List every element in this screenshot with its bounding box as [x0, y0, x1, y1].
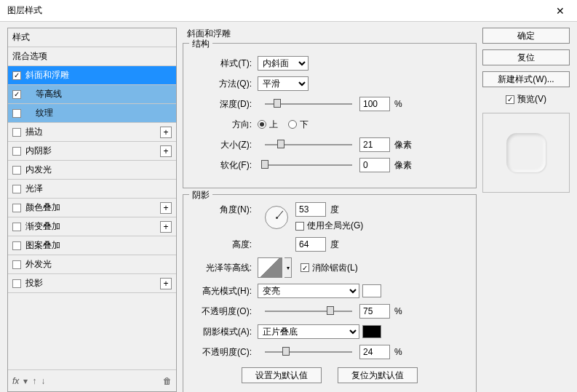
- shading-fieldset: 阴影 角度(N): 度 使用全局光(G) 高度: 度: [183, 194, 477, 392]
- add-effect-icon[interactable]: +: [160, 202, 172, 214]
- highlight-color-swatch[interactable]: [362, 284, 381, 297]
- sidebar-item-satin[interactable]: 光泽: [8, 180, 176, 199]
- checkbox-icon[interactable]: [12, 260, 21, 269]
- gloss-contour-picker[interactable]: [258, 257, 282, 278]
- checkbox-icon[interactable]: [12, 109, 21, 118]
- titlebar: 图层样式 ✕: [0, 0, 577, 22]
- highlight-opacity-label: 不透明度(O):: [194, 305, 252, 318]
- soften-label: 软化(F):: [194, 159, 252, 172]
- blending-options-row[interactable]: 混合选项: [8, 47, 176, 66]
- sidebar-item-label: 斜面和浮雕: [25, 69, 172, 81]
- add-effect-icon[interactable]: +: [160, 127, 172, 138]
- chevron-down-icon[interactable]: ▾: [284, 257, 292, 278]
- direction-up-radio[interactable]: 上: [258, 119, 278, 131]
- structure-legend: 结构: [189, 38, 212, 50]
- style-label: 样式(T):: [194, 57, 252, 70]
- sidebar-item-inner-shadow[interactable]: 内阴影 +: [8, 142, 176, 161]
- checkbox-icon[interactable]: [12, 223, 21, 231]
- sidebar-item-pattern-overlay[interactable]: 图案叠加: [8, 236, 176, 255]
- sidebar-item-label: 内阴影: [25, 145, 160, 157]
- sidebar-item-label: 内发光: [25, 164, 172, 176]
- checkbox-icon[interactable]: [12, 279, 21, 288]
- checkbox-icon[interactable]: [12, 185, 21, 193]
- checkbox-icon[interactable]: [12, 90, 21, 99]
- checkbox-icon[interactable]: [12, 204, 21, 212]
- soften-slider[interactable]: [265, 161, 352, 169]
- angle-label: 角度(N):: [194, 202, 252, 216]
- move-down-icon[interactable]: ↓: [41, 376, 45, 386]
- sidebar-item-label: 颜色叠加: [25, 201, 160, 214]
- shadow-color-swatch[interactable]: [362, 325, 381, 338]
- size-slider[interactable]: [265, 141, 352, 148]
- styles-list: 样式 混合选项 斜面和浮雕 等高线 纹理 描边 +: [8, 28, 176, 369]
- trash-icon[interactable]: 🗑: [163, 376, 172, 386]
- preview-box: [482, 113, 570, 193]
- highlight-opacity-input[interactable]: [359, 304, 390, 319]
- direction-label: 方向:: [194, 119, 252, 131]
- shadow-mode-select[interactable]: 正片叠底: [258, 324, 359, 339]
- checkbox-icon[interactable]: [12, 128, 21, 137]
- global-light-checkbox[interactable]: 使用全局光(G): [295, 220, 363, 232]
- technique-select[interactable]: 平滑: [258, 76, 309, 91]
- dropdown-icon[interactable]: ▾: [23, 376, 28, 386]
- size-input[interactable]: [359, 137, 390, 152]
- altitude-input[interactable]: [295, 237, 326, 252]
- shadow-opacity-label: 不透明度(C):: [194, 346, 252, 359]
- antialias-checkbox[interactable]: 消除锯齿(L): [301, 262, 358, 274]
- add-effect-icon[interactable]: +: [160, 278, 172, 289]
- checkbox-icon[interactable]: [12, 166, 21, 175]
- sidebar-item-contour[interactable]: 等高线: [8, 85, 176, 104]
- shadow-opacity-slider[interactable]: [265, 348, 352, 356]
- style-select[interactable]: 内斜面: [258, 56, 309, 71]
- direction-down-radio[interactable]: 下: [288, 119, 309, 131]
- sidebar-item-label: 投影: [25, 277, 160, 289]
- shading-legend: 阴影: [189, 189, 212, 201]
- angle-dial[interactable]: [265, 206, 288, 229]
- reset-default-button[interactable]: 复位为默认值: [338, 367, 418, 383]
- close-icon[interactable]: ✕: [549, 5, 571, 17]
- make-default-button[interactable]: 设置为默认值: [242, 367, 322, 383]
- depth-slider[interactable]: [265, 100, 352, 108]
- preview-checkbox[interactable]: 预览(V): [506, 93, 546, 105]
- fx-menu-icon[interactable]: fx: [12, 376, 19, 386]
- sidebar-item-texture[interactable]: 纹理: [8, 104, 176, 123]
- checkbox-icon[interactable]: [12, 71, 21, 80]
- add-effect-icon[interactable]: +: [160, 221, 172, 233]
- checkbox-icon[interactable]: [12, 147, 21, 156]
- shadow-opacity-input[interactable]: [359, 345, 390, 359]
- pct-unit: %: [394, 347, 402, 357]
- sidebar-item-bevel[interactable]: 斜面和浮雕: [8, 66, 176, 85]
- soften-input[interactable]: [359, 158, 390, 172]
- sidebar-item-color-overlay[interactable]: 颜色叠加 +: [8, 199, 176, 217]
- soften-unit: 像素: [394, 159, 412, 172]
- sidebar-item-label: 等高线: [25, 88, 172, 100]
- sidebar-item-outer-glow[interactable]: 外发光: [8, 255, 176, 274]
- checkbox-icon: [506, 95, 514, 104]
- sidebar-item-gradient-overlay[interactable]: 渐变叠加 +: [8, 217, 176, 236]
- sidebar-item-drop-shadow[interactable]: 投影 +: [8, 274, 176, 293]
- sidebar-footer: fx▾ ↑ ↓ 🗑: [8, 369, 176, 391]
- sidebar-item-label: 光泽: [25, 183, 172, 195]
- preview-shape: [506, 133, 546, 172]
- angle-unit: 度: [330, 204, 339, 216]
- checkbox-icon[interactable]: [12, 241, 21, 250]
- highlight-opacity-slider[interactable]: [265, 308, 352, 315]
- settings-panel: 斜面和浮雕 结构 样式(T): 内斜面 方法(Q): 平滑 深度(D): % 方…: [177, 28, 482, 392]
- depth-input[interactable]: [359, 97, 390, 111]
- highlight-mode-select[interactable]: 变亮: [258, 284, 359, 298]
- sidebar-item-inner-glow[interactable]: 内发光: [8, 161, 176, 180]
- angle-input[interactable]: [295, 202, 326, 217]
- styles-header-label: 样式: [12, 31, 172, 44]
- sidebar-item-label: 渐变叠加: [25, 220, 160, 233]
- new-style-button[interactable]: 新建样式(W)...: [482, 71, 570, 87]
- size-label: 大小(Z):: [194, 139, 252, 151]
- ok-button[interactable]: 确定: [482, 28, 570, 44]
- technique-label: 方法(Q):: [194, 78, 252, 90]
- move-up-icon[interactable]: ↑: [32, 376, 36, 386]
- shadow-mode-label: 阴影模式(A):: [194, 326, 252, 338]
- cancel-button[interactable]: 复位: [482, 49, 570, 65]
- add-effect-icon[interactable]: +: [160, 145, 172, 157]
- panel-title: 斜面和浮雕: [187, 28, 477, 40]
- sidebar-item-stroke[interactable]: 描边 +: [8, 123, 176, 142]
- gloss-contour-label: 光泽等高线:: [194, 262, 252, 274]
